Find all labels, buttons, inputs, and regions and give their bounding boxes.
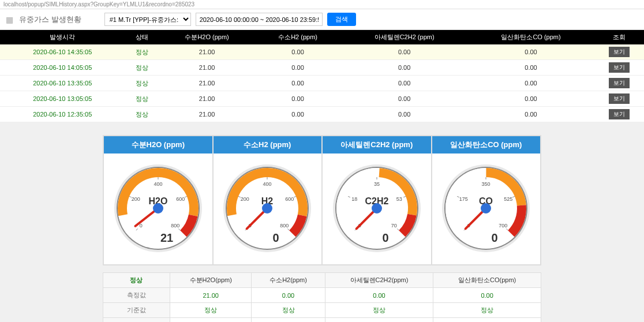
view-button[interactable]: 보기 — [609, 47, 630, 57]
detail-header: 수소H2(ppm) — [252, 273, 325, 288]
cell-co: 0.00 — [468, 107, 594, 122]
cell-h2: 0.00 — [255, 60, 341, 76]
cell-time: 2020-06-10 13:35:05 — [0, 76, 125, 91]
view-button[interactable]: 보기 — [609, 93, 630, 104]
history-header: 수분H2O (ppm) — [159, 30, 255, 44]
detail-cell: 0 — [325, 318, 433, 323]
gauge-title: 아세틸렌C2H2 (ppm) — [323, 136, 431, 153]
detail-header-first: 정상 — [103, 273, 170, 288]
svg-text:800: 800 — [280, 223, 289, 229]
table-row: 2020-06-10 13:35:05정상21.000.000.000.00보기 — [0, 76, 644, 91]
cell-h2: 0.00 — [255, 107, 341, 122]
view-button[interactable]: 보기 — [609, 78, 630, 88]
gauge-svg: 0175350525700 CO 0 — [437, 159, 535, 257]
cell-view: 보기 — [594, 91, 644, 107]
history-header: 상태 — [125, 30, 159, 44]
cell-c2h2: 0.00 — [341, 107, 468, 122]
gauge-cell: 수분H2O (ppm) 0200400600800 H2O 21 — [103, 136, 213, 265]
history-table: 발생시각상태수분H2O (ppm)수소H2 (ppm)아세틸렌C2H2 (ppm… — [0, 30, 644, 122]
cell-status: 정상 — [125, 76, 159, 91]
svg-text:350: 350 — [482, 181, 491, 187]
detail-cell: 정상 — [252, 303, 325, 318]
view-button[interactable]: 보기 — [609, 62, 630, 73]
svg-point-44 — [372, 203, 382, 214]
cell-view: 보기 — [594, 76, 644, 91]
svg-point-29 — [262, 203, 272, 214]
detail-row-label: 측정값 — [103, 288, 170, 303]
svg-text:53: 53 — [396, 196, 402, 202]
table-row: 2020-06-10 13:05:05정상21.000.000.000.00보기 — [0, 91, 644, 107]
cell-h2: 0.00 — [255, 91, 341, 107]
gauge-svg: 018355370 C2H2 0 — [328, 159, 426, 257]
detail-cell: 정상 — [433, 303, 541, 318]
cell-time: 2020-06-10 14:05:05 — [0, 60, 125, 76]
detail-header: 수분H2O(ppm) — [170, 273, 252, 288]
gauge-cell: 일산화탄소CO (ppm) 0175350525700 CO 0 — [432, 136, 541, 265]
page-title: 유중가스 발생현황 — [19, 14, 81, 25]
cell-c2h2: 0.00 — [341, 60, 468, 76]
gauge-value: 21 — [160, 231, 173, 244]
gauge-body: 0175350525700 CO 0 — [432, 153, 541, 264]
cell-view: 보기 — [594, 107, 644, 122]
svg-text:700: 700 — [499, 223, 507, 229]
url-text: localhost/popup/SIMLHistory.aspx?GroupKe… — [3, 1, 194, 8]
cell-c2h2: 0.00 — [341, 91, 468, 107]
detail-header: 아세틸렌C2H2(ppm) — [325, 273, 433, 288]
svg-text:200: 200 — [131, 196, 140, 202]
date-range-input[interactable] — [196, 13, 323, 26]
cell-status: 정상 — [125, 44, 159, 60]
gauge-body: 018355370 C2H2 0 — [323, 153, 431, 264]
detail-row: Guage 최소0000 — [103, 318, 541, 323]
svg-text:35: 35 — [374, 181, 380, 187]
svg-text:400: 400 — [263, 181, 272, 187]
svg-text:70: 70 — [391, 223, 396, 229]
cell-h2o: 21.00 — [159, 76, 255, 91]
cell-h2o: 21.00 — [159, 91, 255, 107]
detail-row: 기준값정상정상정상정상 — [103, 303, 541, 318]
cell-co: 0.00 — [468, 91, 594, 107]
cell-status: 정상 — [125, 60, 159, 76]
detail-cell: 0.00 — [252, 288, 325, 303]
search-button[interactable]: 검색 — [327, 13, 356, 26]
gauge-value: 0 — [273, 231, 279, 244]
detail-cell: 0 — [252, 318, 325, 323]
gauge-svg: 0200400600800 H2O 21 — [109, 159, 207, 257]
svg-text:400: 400 — [153, 181, 162, 187]
cell-time: 2020-06-10 12:35:05 — [0, 107, 125, 122]
cell-h2o: 21.00 — [159, 107, 255, 122]
gauge-title: 일산화탄소CO (ppm) — [432, 136, 541, 153]
url-bar: localhost/popup/SIMLHistory.aspx?GroupKe… — [0, 0, 644, 9]
gauges-panel: 수분H2O (ppm) 0200400600800 H2O 21 수소H2 (p… — [103, 135, 541, 265]
detail-cell: 0.00 — [433, 288, 541, 303]
grid-icon: ▦ — [6, 15, 13, 24]
history-header: 아세틸렌C2H2 (ppm) — [341, 30, 468, 44]
cell-view: 보기 — [594, 60, 644, 76]
detail-table: 정상수분H2O(ppm)수소H2(ppm)아세틸렌C2H2(ppm)일산화탄소C… — [103, 272, 541, 322]
gauge-title: 수소H2 (ppm) — [214, 136, 322, 153]
cell-c2h2: 0.00 — [341, 76, 468, 91]
detail-cell: 0 — [433, 318, 541, 323]
detail-cell: 정상 — [325, 303, 433, 318]
group-select[interactable]: #1 M.Tr [YPP]-유중가스:1 — [104, 13, 191, 26]
svg-text:175: 175 — [459, 196, 468, 202]
detail-cell: 정상 — [170, 303, 252, 318]
view-button[interactable]: 보기 — [609, 109, 630, 119]
detail-row-label: Guage 최소 — [103, 318, 170, 323]
svg-text:525: 525 — [504, 196, 513, 202]
cell-time: 2020-06-10 14:35:05 — [0, 44, 125, 60]
svg-text:18: 18 — [351, 196, 357, 202]
cell-h2o: 21.00 — [159, 44, 255, 60]
gauge-value: 0 — [492, 231, 498, 244]
cell-status: 정상 — [125, 107, 159, 122]
detail-cell: 0.00 — [325, 288, 433, 303]
gauge-cell: 아세틸렌C2H2 (ppm) 018355370 C2H2 0 — [322, 136, 432, 265]
svg-point-14 — [153, 203, 163, 214]
table-row: 2020-06-10 14:05:05정상21.000.000.000.00보기 — [0, 60, 644, 76]
gauge-body: 0200400600800 H2O 21 — [104, 153, 212, 264]
detail-row: 측정값21.000.000.000.00 — [103, 288, 541, 303]
svg-text:600: 600 — [286, 196, 294, 202]
cell-status: 정상 — [125, 91, 159, 107]
svg-text:800: 800 — [171, 223, 179, 229]
detail-row-label: 기준값 — [103, 303, 170, 318]
svg-point-59 — [481, 203, 491, 214]
